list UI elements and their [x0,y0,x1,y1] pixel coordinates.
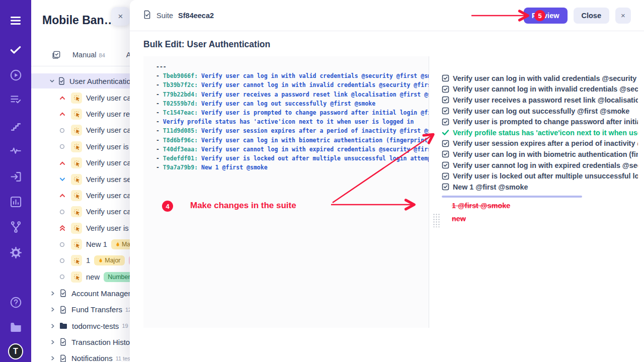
modal-header: Suite Sf84eeca2 Preview Close × [130,0,644,31]
nav-rail: T [0,0,31,362]
task-check-icon [442,118,449,126]
suite-label: User Authentication [69,77,130,85]
manual-test-icon [71,223,82,234]
tree-test-item[interactable]: New 1 Major [31,236,130,252]
tab-automated[interactable]: Automated [126,51,130,59]
branches-git-icon[interactable] [8,219,23,234]
task-check-icon [442,107,449,115]
manual-test-icon [71,255,82,266]
task-check-icon [442,74,449,82]
tree-test-item[interactable]: Verify user is lo [31,220,130,236]
preview-test-item: Verify user can log in with biometric au… [442,149,638,160]
editor-line: --- [156,62,429,71]
suite-doc-check-icon [59,289,67,297]
modal-close-x-button[interactable]: × [615,8,631,24]
bulk-edit-title: Bulk Edit: User Authentication [143,39,270,50]
settings-gear-icon[interactable] [8,245,23,260]
tree-suite-user-authentication[interactable]: User Authentication [31,73,130,88]
preview-test-item: Verify user can log out successfully @fi… [442,106,638,117]
green-check-icon [442,129,449,136]
priority-normal-icon [59,258,65,263]
editor-line: - Tb39b7f2c: Verify user cannot log in w… [156,80,429,89]
tree-test-item[interactable]: Verify user can [31,204,130,220]
import-sign-in-icon[interactable] [8,169,23,184]
preview-test-item: Verify user session expires after a peri… [442,138,638,149]
tree-test-item[interactable]: Verify user is p [31,139,130,155]
manual-test-icon [71,125,82,136]
suite-doc-check-icon [59,338,67,346]
preview-test-item: Verify user receives a password reset li… [442,95,638,106]
runs-play-icon[interactable] [8,67,23,82]
menu-icon[interactable] [8,13,23,28]
tree-suite-account-management[interactable]: Account Management [31,285,130,301]
pane-splitter-handle[interactable] [433,213,440,227]
priority-high-icon [59,96,65,100]
preview-deleted-item: new [442,213,638,224]
test-plans-list-check-icon[interactable] [8,92,23,107]
manual-test-icon [71,93,82,104]
suite-tree: User Authentication Verify user can Veri… [31,73,130,362]
task-check-icon [442,96,449,104]
editor-line: - Tbeb9066f: Verify user can log in with… [156,71,429,80]
tree-test-item[interactable]: Verify user can [31,89,130,106]
priority-normal-icon [59,274,65,280]
priority-high-icon [59,193,65,198]
task-check-icon [442,85,449,93]
tab-manual-count: 84 [99,52,105,58]
tests-check-icon[interactable] [8,42,23,57]
priority-normal-icon [59,242,65,247]
tree-suite-notifications[interactable]: Notifications 11 tests [31,350,130,362]
projects-folder-icon[interactable] [8,320,23,335]
manual-test-icon [71,190,82,201]
tree-test-item[interactable]: Verify user can [31,155,130,171]
editor-line: - T79b22bd4: Verify user receives a pass… [156,90,429,99]
tree-suite-fund-transfers[interactable]: Fund Transfers 12 [31,301,130,317]
close-button[interactable]: Close [574,8,610,24]
preview-button[interactable]: Preview [524,8,568,24]
preview-deleted-item: 1 @first @smoke [442,200,638,211]
tree-test-item[interactable]: Verify user ses [31,171,130,187]
step-4-badge: 4 [162,201,173,212]
chevron-right-icon [50,307,55,312]
tree-test-item[interactable]: 1 Major To [31,252,130,268]
yaml-editor[interactable]: --- - Tbeb9066f: Verify user can log in … [143,56,429,328]
manual-test-icon [71,157,82,168]
suite-doc-check-icon [59,354,67,362]
steps-stairs-icon[interactable] [8,119,23,134]
task-check-icon [442,172,449,180]
step-5-badge: 5 [534,10,545,21]
manual-test-icon [71,206,82,217]
close-icon: × [118,12,123,22]
analytics-bar-chart-icon[interactable] [8,194,23,209]
manual-test-icon [71,141,82,152]
suite-doc-check-icon [58,77,65,85]
tree-test-item[interactable]: Verify user rec [31,106,130,122]
project-title: Mobile Banking [42,14,122,27]
editor-line: - T40df3eaa: Verify user cannot log in w… [156,145,429,154]
preview-test-item: Verify user cannot log in with invalid c… [442,84,638,95]
removed-section-divider [442,196,582,198]
editor-line: - T9a7a79b9: New 1 @first @smoke [156,163,429,172]
manual-test-icon [71,272,82,283]
tree-folder-todomvc-tests[interactable]: todomvc-tests 19 [31,318,130,334]
copy-check-icon [51,50,61,60]
pulse-activity-icon[interactable] [8,143,23,158]
tree-test-item[interactable]: Verify user can [31,122,130,138]
tree-test-item[interactable]: Verify user can [31,188,130,204]
tab-manual[interactable]: Manual 84 [72,51,105,59]
priority-normal-icon [59,128,65,133]
editor-line: - T02559b7d: Verify user can log out suc… [156,99,429,108]
preview-pane: Verify user can log in with valid creden… [442,73,638,224]
panel-close-button[interactable]: × [111,7,130,26]
profile-avatar[interactable]: T [8,344,23,359]
task-check-icon [442,140,449,147]
tree-test-item[interactable]: new Number: 3 [31,269,130,285]
app-root: T Mobile Banking × Manual 84 Automated [0,0,644,362]
priority-normal-icon [59,144,65,149]
help-question-icon[interactable] [8,295,23,310]
manual-test-icon [71,174,82,185]
folder-icon [59,322,67,329]
suite-doc-check-icon [143,10,151,21]
tree-suite-transaction-history[interactable]: Transaction History [31,334,130,350]
priority-critical-icon [59,225,65,231]
